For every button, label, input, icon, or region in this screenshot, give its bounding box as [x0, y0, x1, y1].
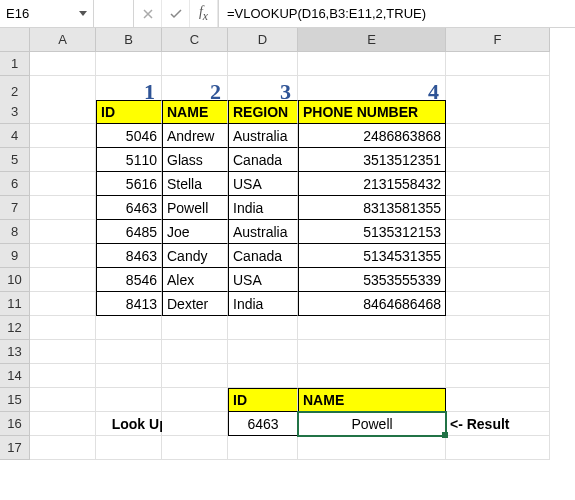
- row-header-8[interactable]: 8: [0, 220, 30, 244]
- cell-E3[interactable]: PHONE NUMBER: [298, 100, 446, 124]
- cell-C3[interactable]: NAME: [162, 100, 228, 124]
- cell-A4[interactable]: [30, 124, 96, 148]
- cell-C12[interactable]: [162, 316, 228, 340]
- cell-B13[interactable]: [96, 340, 162, 364]
- col-header-B[interactable]: B: [96, 28, 162, 52]
- row-header-12[interactable]: 12: [0, 316, 30, 340]
- cell-D5[interactable]: Canada: [228, 148, 298, 172]
- cell-A16[interactable]: [30, 412, 96, 436]
- cell-B4[interactable]: 5046: [96, 124, 162, 148]
- cell-A17[interactable]: [30, 436, 96, 460]
- cell-E9[interactable]: 5134531355: [298, 244, 446, 268]
- cell-A5[interactable]: [30, 148, 96, 172]
- cell-E13[interactable]: [298, 340, 446, 364]
- cell-E14[interactable]: [298, 364, 446, 388]
- cell-E10[interactable]: 5353555339: [298, 268, 446, 292]
- cell-C10[interactable]: Alex: [162, 268, 228, 292]
- cell-C13[interactable]: [162, 340, 228, 364]
- cell-E1[interactable]: [298, 52, 446, 76]
- cell-F5[interactable]: [446, 148, 550, 172]
- row-header-5[interactable]: 5: [0, 148, 30, 172]
- cell-A6[interactable]: [30, 172, 96, 196]
- cell-C6[interactable]: Stella: [162, 172, 228, 196]
- cell-D7[interactable]: India: [228, 196, 298, 220]
- cell-A14[interactable]: [30, 364, 96, 388]
- row-header-14[interactable]: 14: [0, 364, 30, 388]
- cell-E17[interactable]: [298, 436, 446, 460]
- col-header-C[interactable]: C: [162, 28, 228, 52]
- cell-A15[interactable]: [30, 388, 96, 412]
- cell-F1[interactable]: [446, 52, 550, 76]
- cell-E16-active[interactable]: Powell: [298, 412, 446, 436]
- cell-A7[interactable]: [30, 196, 96, 220]
- cell-F12[interactable]: [446, 316, 550, 340]
- cell-F6[interactable]: [446, 172, 550, 196]
- cell-D4[interactable]: Australia: [228, 124, 298, 148]
- accept-formula-button[interactable]: [162, 0, 190, 27]
- cell-A9[interactable]: [30, 244, 96, 268]
- cell-B15[interactable]: [96, 388, 162, 412]
- cell-E15[interactable]: NAME: [298, 388, 446, 412]
- cell-E6[interactable]: 2131558432: [298, 172, 446, 196]
- row-header-11[interactable]: 11: [0, 292, 30, 316]
- cell-F10[interactable]: [446, 268, 550, 292]
- cell-C17[interactable]: [162, 436, 228, 460]
- cell-F7[interactable]: [446, 196, 550, 220]
- cell-E4[interactable]: 2486863868: [298, 124, 446, 148]
- cell-B10[interactable]: 8546: [96, 268, 162, 292]
- select-all-corner[interactable]: [0, 28, 30, 52]
- chevron-down-icon[interactable]: [79, 11, 87, 16]
- cell-E8[interactable]: 5135312153: [298, 220, 446, 244]
- cell-D12[interactable]: [228, 316, 298, 340]
- name-box[interactable]: E16: [0, 0, 94, 27]
- cell-F9[interactable]: [446, 244, 550, 268]
- cell-B3[interactable]: ID: [96, 100, 162, 124]
- cell-F4[interactable]: [446, 124, 550, 148]
- cell-D13[interactable]: [228, 340, 298, 364]
- cell-A13[interactable]: [30, 340, 96, 364]
- cell-F3[interactable]: [446, 100, 550, 124]
- cell-A8[interactable]: [30, 220, 96, 244]
- cell-C4[interactable]: Andrew: [162, 124, 228, 148]
- cell-D11[interactable]: India: [228, 292, 298, 316]
- cell-A11[interactable]: [30, 292, 96, 316]
- cell-B14[interactable]: [96, 364, 162, 388]
- cell-B1[interactable]: [96, 52, 162, 76]
- cell-D14[interactable]: [228, 364, 298, 388]
- cell-D8[interactable]: Australia: [228, 220, 298, 244]
- cell-D3[interactable]: REGION: [228, 100, 298, 124]
- cell-F13[interactable]: [446, 340, 550, 364]
- cell-C7[interactable]: Powell: [162, 196, 228, 220]
- formula-input[interactable]: =VLOOKUP(D16,B3:E11,2,TRUE): [219, 0, 575, 27]
- col-header-E[interactable]: E: [298, 28, 446, 52]
- cell-C14[interactable]: [162, 364, 228, 388]
- cell-B5[interactable]: 5110: [96, 148, 162, 172]
- cell-F11[interactable]: [446, 292, 550, 316]
- cell-F15[interactable]: [446, 388, 550, 412]
- row-header-3[interactable]: 3: [0, 100, 30, 124]
- cell-C1[interactable]: [162, 52, 228, 76]
- row-header-10[interactable]: 10: [0, 268, 30, 292]
- cell-F14[interactable]: [446, 364, 550, 388]
- col-header-F[interactable]: F: [446, 28, 550, 52]
- row-header-1[interactable]: 1: [0, 52, 30, 76]
- cell-E12[interactable]: [298, 316, 446, 340]
- cell-A1[interactable]: [30, 52, 96, 76]
- cell-F17[interactable]: [446, 436, 550, 460]
- row-header-17[interactable]: 17: [0, 436, 30, 460]
- cell-B9[interactable]: 8463: [96, 244, 162, 268]
- cell-B16[interactable]: Look Up Value->: [96, 412, 162, 436]
- cell-C11[interactable]: Dexter: [162, 292, 228, 316]
- cell-B8[interactable]: 6485: [96, 220, 162, 244]
- row-header-9[interactable]: 9: [0, 244, 30, 268]
- cell-D9[interactable]: Canada: [228, 244, 298, 268]
- cell-D10[interactable]: USA: [228, 268, 298, 292]
- cell-D17[interactable]: [228, 436, 298, 460]
- cell-E5[interactable]: 3513512351: [298, 148, 446, 172]
- cell-B17[interactable]: [96, 436, 162, 460]
- cell-D6[interactable]: USA: [228, 172, 298, 196]
- cell-B11[interactable]: 8413: [96, 292, 162, 316]
- cell-F16[interactable]: <- Result: [446, 412, 550, 436]
- cell-B7[interactable]: 6463: [96, 196, 162, 220]
- cell-C16[interactable]: [162, 412, 228, 436]
